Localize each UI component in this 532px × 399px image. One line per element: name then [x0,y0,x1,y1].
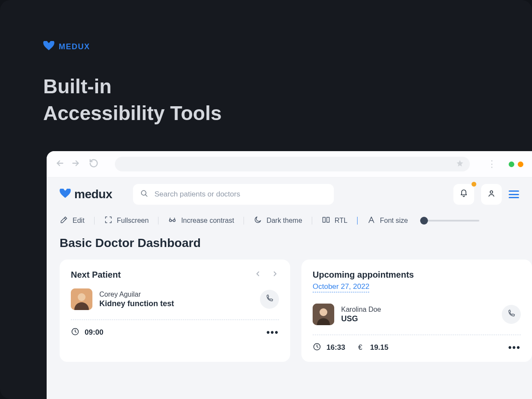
glasses-icon [168,215,177,226]
search-input[interactable] [133,184,334,205]
profile-button[interactable] [481,184,502,205]
more-button[interactable]: ••• [508,342,521,353]
font-size-tool[interactable]: Font size [367,215,408,226]
currency-symbol: € [358,343,362,352]
patient-name: Corey Aguilar [99,291,253,298]
card-title: Upcoming appointments [313,270,521,280]
svg-point-1 [490,191,493,193]
address-bar[interactable] [115,157,470,171]
window-dot-green[interactable] [509,162,514,167]
next-patient-card: Next Patient Corey A [60,260,290,362]
avatar [71,288,92,310]
notification-dot [472,182,476,187]
browser-bar: ⋮ [47,151,532,177]
hero-logo-text: MEDUX [59,42,90,51]
avatar [313,304,334,325]
hero-title-line1: Built-in [43,73,532,100]
reload-icon[interactable] [89,158,98,170]
call-button[interactable] [502,305,521,324]
bell-icon [459,189,468,200]
price-value: 19.15 [370,343,389,352]
contrast-tool[interactable]: Increase contrast [168,215,234,226]
heart-icon [60,189,71,200]
more-button[interactable]: ••• [266,327,279,338]
moon-icon [253,215,262,226]
font-size-slider[interactable] [421,220,479,222]
page-title: Basic Doctor Dashboard [47,234,532,260]
fullscreen-tool[interactable]: Fullscreen [104,215,149,226]
call-button[interactable] [260,290,279,309]
patient-desc: USG [341,314,495,323]
rtl-label: RTL [335,217,348,225]
phone-icon [507,309,516,320]
window-controls[interactable] [509,162,523,167]
patient-desc: Kidney function test [99,299,253,308]
book-icon [322,215,330,226]
browser-menu-icon[interactable]: ⋮ [487,158,497,170]
contrast-label: Increase contrast [181,217,234,225]
font-label: Font size [380,217,408,225]
upcoming-card: Upcoming appointments October 27, 2022 K… [301,260,532,362]
svg-point-8 [320,308,327,316]
forward-icon[interactable] [71,158,80,170]
accessibility-toolbar: Edit Fullscreen Increase contrast [47,211,532,234]
chevron-right-icon[interactable] [271,270,279,280]
date-link[interactable]: October 27, 2022 [313,282,369,292]
edit-icon [60,215,68,226]
user-icon [487,189,496,200]
fullscreen-label: Fullscreen [117,217,149,225]
chevron-left-icon[interactable] [254,270,262,280]
search-icon [140,189,149,200]
fullscreen-icon [104,215,113,226]
slider-knob[interactable] [420,217,428,225]
app-logo[interactable]: medux [60,187,112,201]
hero-title: Built-in Accessibility Tools [43,73,532,127]
heart-icon [43,41,54,52]
dark-theme-tool[interactable]: Dark theme [253,215,302,226]
edit-tool[interactable]: Edit [60,215,85,226]
hero-logo: MEDUX [43,41,532,52]
phone-icon [265,294,274,304]
card-title: Next Patient [71,270,121,280]
notifications-button[interactable] [453,184,474,205]
menu-button[interactable] [509,190,519,198]
hero-title-line2: Accessibility Tools [43,100,532,127]
time-value: 16:33 [326,343,345,352]
clock-icon [71,327,79,338]
patient-name: Karolina Doe [341,306,495,314]
clock-icon [313,342,321,353]
svg-point-5 [78,293,86,301]
back-icon[interactable] [55,158,65,170]
window-dot-orange[interactable] [518,162,523,167]
rtl-tool[interactable]: RTL [322,215,348,226]
dark-label: Dark theme [266,217,302,225]
time-value: 09:00 [85,328,103,337]
star-icon[interactable] [456,159,464,169]
app-logo-text: medux [74,187,112,201]
browser-frame: ⋮ medux [47,151,532,399]
edit-label: Edit [73,217,85,225]
font-icon [367,215,376,226]
